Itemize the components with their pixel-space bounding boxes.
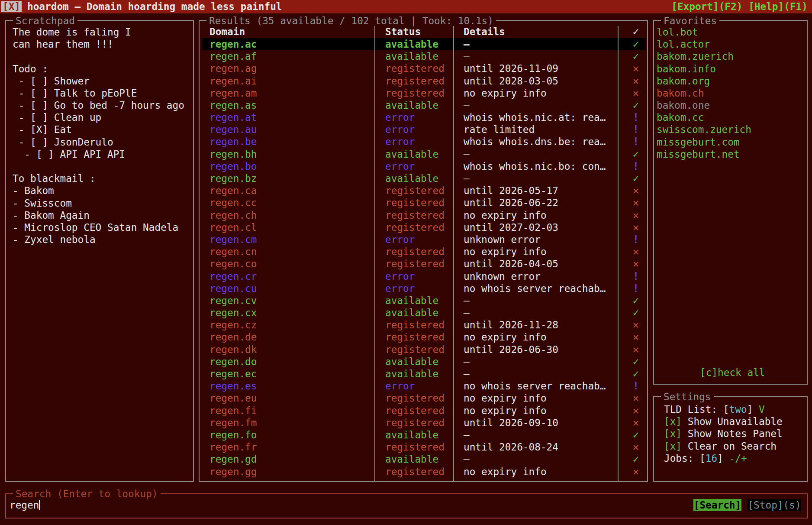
status-cell: available bbox=[385, 368, 438, 380]
details-cell: until 2026-11-28 bbox=[464, 319, 558, 331]
tld-list-row[interactable]: TLD List: [two] V bbox=[664, 403, 765, 416]
domain-cell: regen.eu bbox=[209, 392, 257, 404]
checkbox-mark[interactable]: [x] bbox=[664, 428, 682, 439]
status-mark-icon: ✓ bbox=[628, 148, 644, 160]
details-cell: whois whois.nic.bo: con… bbox=[464, 160, 606, 172]
scratchpad-line: - Microslop CEO Satan Nadela bbox=[13, 221, 178, 234]
tld-list-value[interactable]: two bbox=[729, 404, 747, 415]
status-mark-icon: ✓ bbox=[628, 50, 644, 62]
domain-cell: regen.do bbox=[209, 356, 257, 368]
close-button[interactable]: [X] bbox=[1, 1, 22, 12]
tld-dropdown-arrow[interactable]: V bbox=[753, 404, 764, 415]
status-cell: error bbox=[385, 282, 415, 295]
scratchpad-line: - Zyxel nebola bbox=[13, 233, 96, 246]
status-cell: registered bbox=[385, 417, 445, 429]
favorite-item[interactable]: bakom.info bbox=[657, 63, 716, 75]
status-cell: registered bbox=[385, 221, 445, 233]
details-cell: no expiry info bbox=[464, 405, 547, 417]
settings-panel: Settings TLD List: [two] V [x] Show Unav… bbox=[653, 396, 808, 482]
scratchpad-line: - [ ] Talk to pEoPlE bbox=[13, 87, 137, 100]
details-cell: rate limited bbox=[464, 123, 535, 136]
favorite-item[interactable]: bakom.ch bbox=[657, 87, 704, 100]
status-mark-icon: ✕ bbox=[628, 258, 644, 270]
stop-button[interactable]: [Stop](s) bbox=[748, 499, 801, 511]
details-cell: no expiry info bbox=[464, 331, 547, 343]
checkbox-show-unavailable[interactable]: [x] Show Unavailable bbox=[664, 415, 783, 428]
status-cell: registered bbox=[385, 331, 445, 343]
domain-cell: regen.fm bbox=[209, 417, 257, 429]
domain-cell: regen.cv bbox=[209, 295, 257, 307]
scratchpad-line: - [ ] Go to bed -7 hours ago bbox=[13, 99, 184, 112]
details-cell: – bbox=[464, 368, 470, 380]
status-cell: error bbox=[385, 111, 415, 123]
domain-cell: regen.fo bbox=[209, 429, 257, 441]
titlebar-buttons: [Export](F2) [Help](F1) bbox=[671, 0, 808, 13]
status-mark-icon: ! bbox=[628, 233, 644, 246]
favorite-item[interactable]: missgeburt.net bbox=[657, 148, 740, 161]
favorite-item[interactable]: swisscom.zuerich bbox=[657, 123, 751, 136]
help-button[interactable]: [Help](F1) bbox=[748, 1, 808, 12]
domain-cell: regen.de bbox=[209, 331, 257, 343]
details-cell: – bbox=[464, 429, 470, 441]
status-mark-icon: ! bbox=[628, 123, 644, 136]
scratchpad-line: - Bakom Again bbox=[13, 209, 90, 222]
domain-cell: regen.bz bbox=[209, 172, 257, 185]
details-cell: whois whois.nic.at: rea… bbox=[464, 111, 606, 123]
details-cell: until 2026-06-22 bbox=[464, 197, 558, 209]
title-bar: [X] hoardom — Domain hoarding made less … bbox=[0, 0, 812, 13]
domain-cell: regen.ca bbox=[209, 185, 257, 197]
column-header-status: Status bbox=[385, 26, 421, 38]
checkbox-clear-on-search[interactable]: [x] Clear on Search bbox=[664, 440, 777, 453]
favorite-item[interactable]: missgeburt.com bbox=[657, 136, 740, 149]
check-all-button[interactable]: [c]heck all bbox=[700, 366, 765, 379]
jobs-row[interactable]: Jobs: [16] -/+ bbox=[664, 452, 747, 465]
favorite-item[interactable]: lol.actor bbox=[657, 38, 710, 51]
status-cell: registered bbox=[385, 405, 445, 417]
status-cell: registered bbox=[385, 392, 445, 404]
favorite-item[interactable]: bakom.org bbox=[657, 75, 710, 88]
domain-cell: regen.fr bbox=[209, 441, 257, 453]
details-cell: until 2028-03-05 bbox=[464, 75, 558, 87]
domain-cell: regen.cr bbox=[209, 270, 257, 282]
status-mark-icon: ✕ bbox=[628, 344, 644, 356]
scratchpad-line: - [ ] Clean up bbox=[13, 111, 101, 124]
checkbox-mark[interactable]: [x] bbox=[664, 441, 682, 452]
jobs-decrement-increment[interactable]: -/+ bbox=[729, 453, 747, 464]
scratchpad-panel: Scratchpad The dome is faling Ican hear … bbox=[5, 20, 194, 482]
domain-cell: regen.cz bbox=[209, 319, 257, 331]
scratchpad-line: To blackmail : bbox=[13, 172, 96, 185]
details-cell: unknown error bbox=[464, 233, 541, 246]
favorite-item[interactable]: bakom.cc bbox=[657, 111, 704, 124]
status-mark-icon: ! bbox=[628, 160, 644, 172]
domain-cell: regen.ac bbox=[209, 38, 257, 50]
favorite-item[interactable]: bakom.zuerich bbox=[657, 50, 734, 63]
column-header-domain: Domain bbox=[209, 26, 245, 38]
status-cell: available bbox=[385, 148, 438, 160]
status-mark-icon: ✓ bbox=[628, 295, 644, 307]
status-mark-icon: ! bbox=[628, 111, 644, 123]
search-query: regen bbox=[10, 499, 39, 511]
jobs-bracket: ] bbox=[717, 453, 729, 464]
search-button[interactable]: [Search] bbox=[693, 499, 741, 511]
details-cell: no expiry info bbox=[464, 466, 547, 478]
details-cell: – bbox=[464, 99, 470, 111]
status-mark-icon: ! bbox=[628, 270, 644, 282]
export-button[interactable]: [Export](F2) bbox=[671, 1, 742, 12]
search-input[interactable]: regen bbox=[10, 499, 40, 512]
domain-cell: regen.as bbox=[209, 99, 257, 111]
status-cell: registered bbox=[385, 441, 445, 453]
scratchpad-line: - Bakom bbox=[13, 185, 54, 197]
checkbox-show-notes-panel[interactable]: [x] Show Notes Panel bbox=[664, 428, 783, 440]
checkbox-mark[interactable]: [x] bbox=[664, 416, 682, 427]
status-mark-icon: ✕ bbox=[628, 331, 644, 343]
status-mark-icon: ✓ bbox=[628, 356, 644, 368]
status-mark-icon: ✕ bbox=[628, 209, 644, 221]
favorite-item[interactable]: bakom.one bbox=[657, 99, 710, 112]
favorite-item[interactable]: lol.bot bbox=[657, 26, 698, 39]
details-cell: no whois server reachab… bbox=[464, 380, 606, 392]
details-cell: – bbox=[464, 172, 470, 185]
favorites-panel: Favorites lol.botlol.actorbakom.zuerichb… bbox=[653, 20, 808, 385]
checkbox-label: Show Notes Panel bbox=[682, 428, 783, 439]
domain-cell: regen.gg bbox=[209, 466, 257, 478]
domain-cell: regen.fi bbox=[209, 405, 257, 417]
